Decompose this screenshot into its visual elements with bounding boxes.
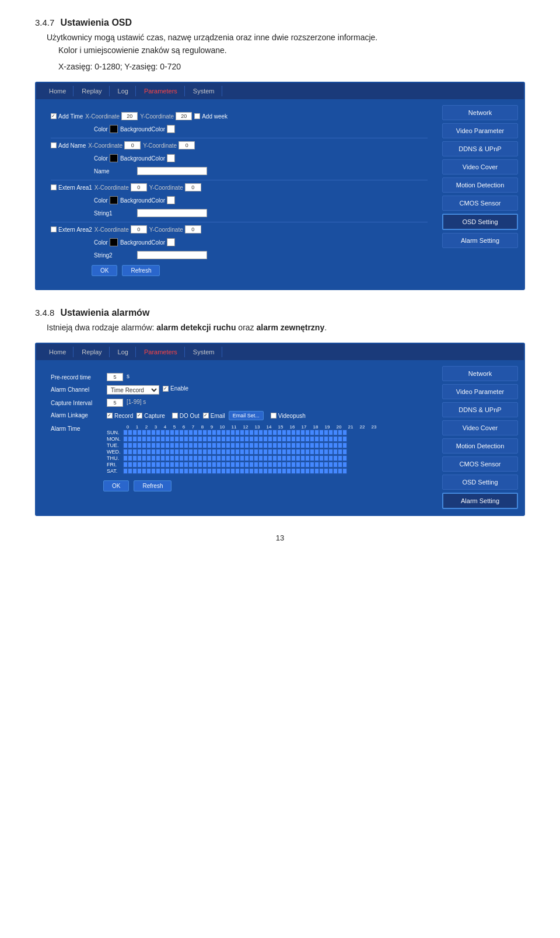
time-cell-4-8[interactable] (160, 455, 165, 461)
time-cell-1-15[interactable] (193, 436, 198, 442)
time-cell-2-26[interactable] (244, 442, 249, 448)
time-cell-5-43[interactable] (324, 462, 328, 468)
alarm-nav-parameters[interactable]: Parameters (137, 347, 185, 357)
time-cell-4-21[interactable] (221, 455, 226, 461)
time-cell-5-32[interactable] (272, 462, 277, 468)
time-cell-2-27[interactable] (249, 442, 254, 448)
alarm-enable-checkbox[interactable] (163, 386, 169, 392)
time-cell-4-45[interactable] (333, 455, 338, 461)
time-cell-0-44[interactable] (328, 430, 333, 435)
alarm-doout-checkbox[interactable] (172, 413, 178, 419)
time-cell-2-45[interactable] (333, 442, 338, 448)
time-cell-2-44[interactable] (328, 442, 333, 448)
osd-ext2-check-label[interactable]: Extern Area2 (51, 226, 92, 233)
alarm-sidebar-network[interactable]: Network (442, 366, 518, 381)
time-cell-0-10[interactable] (170, 430, 174, 435)
time-cell-6-26[interactable] (244, 468, 249, 474)
time-cell-0-4[interactable] (142, 430, 146, 435)
time-cell-4-46[interactable] (338, 455, 342, 461)
time-cell-4-5[interactable] (146, 455, 151, 461)
time-cell-2-6[interactable] (151, 442, 156, 448)
time-cell-1-2[interactable] (132, 436, 137, 442)
time-cell-0-5[interactable] (146, 430, 151, 435)
time-cell-3-4[interactable] (142, 449, 146, 455)
alarm-videopush-check[interactable]: Videopush (271, 411, 306, 420)
time-cell-5-10[interactable] (170, 462, 174, 468)
time-cell-5-21[interactable] (221, 462, 226, 468)
time-cell-5-20[interactable] (216, 462, 221, 468)
time-cell-1-0[interactable] (123, 436, 128, 442)
time-cell-2-31[interactable] (268, 442, 272, 448)
osd-xcoord-input-ext2[interactable] (131, 225, 147, 233)
time-cell-2-0[interactable] (123, 442, 128, 448)
time-cell-1-10[interactable] (170, 436, 174, 442)
time-cell-5-31[interactable] (268, 462, 272, 468)
time-cell-2-13[interactable] (184, 442, 188, 448)
time-cell-6-38[interactable] (300, 468, 305, 474)
time-cell-0-7[interactable] (156, 430, 160, 435)
time-cell-3-7[interactable] (156, 449, 160, 455)
alarm-doout-check[interactable]: DO Out (172, 411, 200, 420)
time-cell-3-5[interactable] (146, 449, 151, 455)
time-cell-5-35[interactable] (286, 462, 291, 468)
osd-ext2-checkbox[interactable] (51, 226, 57, 232)
time-cell-1-17[interactable] (202, 436, 207, 442)
time-cell-6-17[interactable] (202, 468, 207, 474)
alarm-prerecord-input[interactable] (107, 373, 123, 381)
alarm-sidebar-video-param[interactable]: Video Parameter (442, 384, 518, 399)
time-cell-3-42[interactable] (319, 449, 324, 455)
time-cell-0-14[interactable] (188, 430, 193, 435)
osd-ycoord-input-ext2[interactable] (185, 225, 201, 233)
osd-refresh-button[interactable]: Refresh (122, 265, 160, 276)
alarm-record-check[interactable]: Record (107, 411, 133, 420)
time-cell-6-3[interactable] (137, 468, 142, 474)
time-cell-6-36[interactable] (291, 468, 296, 474)
time-cell-2-43[interactable] (324, 442, 328, 448)
time-cell-0-31[interactable] (268, 430, 272, 435)
time-cell-5-39[interactable] (305, 462, 310, 468)
time-cell-0-37[interactable] (296, 430, 300, 435)
time-cell-0-38[interactable] (300, 430, 305, 435)
time-cell-5-13[interactable] (184, 462, 188, 468)
time-cell-5-9[interactable] (165, 462, 170, 468)
time-cell-4-20[interactable] (216, 455, 221, 461)
time-cell-2-32[interactable] (272, 442, 277, 448)
time-cell-2-33[interactable] (277, 442, 282, 448)
time-cell-3-13[interactable] (184, 449, 188, 455)
osd-nav-home[interactable]: Home (42, 86, 74, 96)
time-cell-5-30[interactable] (263, 462, 268, 468)
time-cell-3-8[interactable] (160, 449, 165, 455)
time-cell-1-13[interactable] (184, 436, 188, 442)
time-cell-6-0[interactable] (123, 468, 128, 474)
time-cell-4-2[interactable] (132, 455, 137, 461)
time-cell-3-29[interactable] (258, 449, 263, 455)
time-cell-0-47[interactable] (342, 430, 347, 435)
time-cell-1-29[interactable] (258, 436, 263, 442)
time-cell-4-33[interactable] (277, 455, 282, 461)
time-cell-0-28[interactable] (254, 430, 258, 435)
alarm-sidebar-osd[interactable]: OSD Setting (442, 475, 518, 490)
osd-string1-input[interactable] (137, 209, 207, 217)
time-cell-0-23[interactable] (230, 430, 235, 435)
osd-bgcolor-swatch-time[interactable] (167, 125, 175, 133)
time-cell-6-4[interactable] (142, 468, 146, 474)
time-cell-1-42[interactable] (319, 436, 324, 442)
time-cell-3-23[interactable] (230, 449, 235, 455)
time-cell-3-21[interactable] (221, 449, 226, 455)
osd-sidebar-video-cover[interactable]: Video Cover (442, 159, 518, 175)
time-cell-3-22[interactable] (226, 449, 230, 455)
time-cell-5-15[interactable] (193, 462, 198, 468)
time-cell-3-39[interactable] (305, 449, 310, 455)
time-cell-4-4[interactable] (142, 455, 146, 461)
time-cell-6-28[interactable] (254, 468, 258, 474)
time-cell-3-20[interactable] (216, 449, 221, 455)
time-cell-6-29[interactable] (258, 468, 263, 474)
time-cell-0-36[interactable] (291, 430, 296, 435)
time-cell-3-46[interactable] (338, 449, 342, 455)
time-cell-0-43[interactable] (324, 430, 328, 435)
time-cell-5-14[interactable] (188, 462, 193, 468)
time-cell-2-1[interactable] (128, 442, 132, 448)
time-cell-0-35[interactable] (286, 430, 291, 435)
time-cell-5-1[interactable] (128, 462, 132, 468)
time-cell-0-29[interactable] (258, 430, 263, 435)
